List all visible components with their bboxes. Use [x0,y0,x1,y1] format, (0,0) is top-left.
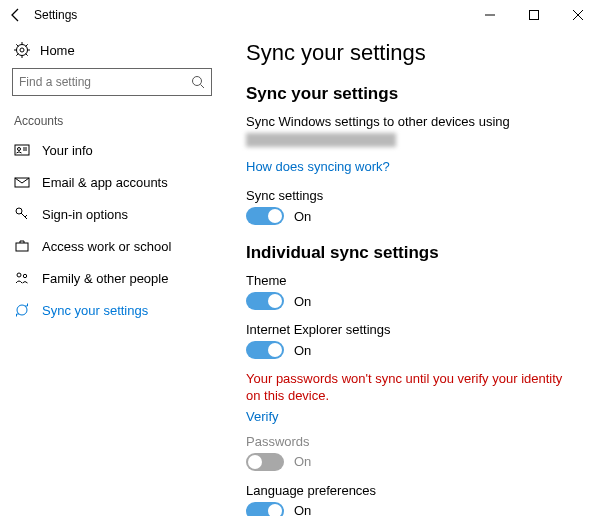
back-button[interactable] [0,0,32,30]
toggle-ie[interactable] [246,341,284,359]
setting-theme: Theme On [246,273,578,310]
titlebar: Settings [0,0,600,30]
svg-point-26 [23,274,26,277]
verify-link[interactable]: Verify [246,409,578,424]
briefcase-icon [14,238,30,254]
sidebar-item-label: Your info [42,143,93,158]
svg-line-23 [25,215,27,217]
svg-rect-24 [16,243,28,251]
svg-line-15 [201,85,205,89]
section-title: Individual sync settings [246,243,578,263]
search-box[interactable] [12,68,212,96]
toggle-state: On [294,454,311,469]
setting-label: Internet Explorer settings [246,322,578,337]
sync-description: Sync Windows settings to other devices u… [246,114,578,129]
toggle-state: On [294,209,311,224]
setting-label: Language preferences [246,483,578,498]
mail-icon [14,174,30,190]
maximize-button[interactable] [512,0,556,30]
minimize-button[interactable] [468,0,512,30]
svg-rect-1 [530,11,539,20]
gear-icon [14,42,30,58]
main-content: Sync your settings Sync your settings Sy… [224,30,600,516]
toggle-passwords [246,453,284,471]
setting-language: Language preferences On [246,483,578,516]
setting-ie: Internet Explorer settings On [246,322,578,359]
account-redacted [246,133,396,147]
people-icon [14,270,30,286]
setting-label: Theme [246,273,578,288]
key-icon [14,206,30,222]
window-title: Settings [32,8,468,22]
svg-point-25 [17,273,21,277]
sync-icon [14,302,30,318]
sidebar-item-label: Family & other people [42,271,168,286]
svg-point-5 [20,48,24,52]
sidebar-item-email[interactable]: Email & app accounts [12,166,212,198]
toggle-state: On [294,294,311,309]
sidebar-item-sync[interactable]: Sync your settings [12,294,212,326]
setting-label: Sync settings [246,188,578,203]
setting-passwords: Passwords On [246,434,578,471]
svg-point-14 [193,77,202,86]
toggle-state: On [294,503,311,516]
sidebar-item-label: Access work or school [42,239,171,254]
page-title: Sync your settings [246,40,578,66]
svg-point-17 [18,148,21,151]
sidebar-item-label: Email & app accounts [42,175,168,190]
sidebar: Home Accounts Your info Email & app acco… [0,30,224,516]
section-title: Sync your settings [246,84,578,104]
search-input[interactable] [19,75,191,89]
sidebar-item-your-info[interactable]: Your info [12,134,212,166]
home-nav[interactable]: Home [12,38,212,68]
password-warning: Your passwords won't sync until you veri… [246,371,578,405]
toggle-sync-settings[interactable] [246,207,284,225]
sidebar-item-family[interactable]: Family & other people [12,262,212,294]
toggle-state: On [294,343,311,358]
search-icon [191,75,205,89]
sidebar-item-work-school[interactable]: Access work or school [12,230,212,262]
sidebar-item-label: Sync your settings [42,303,148,318]
category-label: Accounts [14,114,212,128]
setting-label: Passwords [246,434,578,449]
person-card-icon [14,142,30,158]
how-syncing-link[interactable]: How does syncing work? [246,159,578,174]
sidebar-item-label: Sign-in options [42,207,128,222]
close-button[interactable] [556,0,600,30]
toggle-theme[interactable] [246,292,284,310]
setting-sync-settings: Sync settings On [246,188,578,225]
toggle-language[interactable] [246,502,284,516]
home-label: Home [40,43,75,58]
sidebar-item-signin[interactable]: Sign-in options [12,198,212,230]
